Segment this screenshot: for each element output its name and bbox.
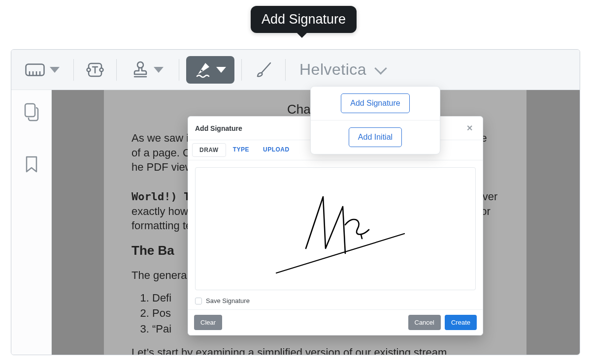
signature-dropdown: Add Signature Add Initial bbox=[310, 86, 440, 154]
tooltip-label: Add Signature bbox=[262, 12, 346, 27]
tooltip-add-signature: Add Signature bbox=[251, 6, 357, 33]
toolbar-separator bbox=[116, 59, 117, 81]
svg-rect-0 bbox=[26, 64, 44, 75]
chevron-down-icon bbox=[216, 67, 226, 73]
close-icon: ✕ bbox=[466, 124, 473, 132]
doc-paragraph: Let’s start by examining a simplified ve… bbox=[131, 345, 499, 355]
stamp-dropdown-button[interactable] bbox=[124, 56, 172, 84]
toolbar-separator bbox=[285, 59, 286, 81]
add-signature-menuitem[interactable]: Add Signature bbox=[341, 93, 409, 113]
chevron-down-icon bbox=[50, 67, 60, 73]
app-panel: Helvetica Chapter 3 A bbox=[11, 49, 580, 355]
save-signature-row: Save Signature bbox=[188, 297, 483, 309]
measure-dropdown-button[interactable] bbox=[18, 56, 66, 84]
modal-title: Add Signature bbox=[195, 124, 242, 132]
tab-draw[interactable]: DRAW bbox=[192, 143, 226, 157]
free-text-icon bbox=[86, 61, 104, 79]
toolbar: Helvetica bbox=[11, 50, 580, 90]
stamp-icon bbox=[132, 61, 149, 79]
thumbnails-button[interactable] bbox=[24, 103, 39, 123]
menuitem-label: Add Initial bbox=[358, 133, 393, 141]
drawn-signature-icon bbox=[247, 180, 424, 278]
toolbar-group-brush bbox=[249, 50, 278, 90]
svg-point-8 bbox=[137, 62, 143, 68]
svg-point-7 bbox=[100, 68, 103, 71]
bookmark-icon bbox=[24, 155, 39, 174]
svg-rect-11 bbox=[25, 104, 35, 117]
toolbar-separator bbox=[73, 59, 74, 81]
chevron-down-icon bbox=[154, 67, 164, 73]
save-signature-label: Save Signature bbox=[206, 297, 250, 304]
svg-point-6 bbox=[87, 68, 91, 71]
add-initial-menuitem[interactable]: Add Initial bbox=[349, 127, 402, 147]
pages-icon bbox=[24, 103, 39, 121]
toolbar-group-text bbox=[81, 50, 109, 90]
free-text-button[interactable] bbox=[81, 56, 109, 84]
toolbar-separator bbox=[241, 59, 242, 81]
clear-button[interactable]: Clear bbox=[194, 315, 222, 330]
save-signature-checkbox[interactable] bbox=[195, 298, 202, 304]
toolbar-group-measure bbox=[18, 50, 66, 90]
font-family-select[interactable]: Helvetica bbox=[297, 61, 391, 79]
modal-footer: Clear Cancel Create bbox=[188, 309, 483, 335]
tooltip-arrow-icon bbox=[296, 32, 308, 38]
toolbar-separator bbox=[179, 59, 179, 81]
pen-nib-icon bbox=[195, 61, 211, 79]
bookmarks-button[interactable] bbox=[24, 155, 39, 176]
tab-type[interactable]: TYPE bbox=[226, 143, 256, 157]
toolbar-group-stamp bbox=[124, 50, 172, 90]
close-button[interactable]: ✕ bbox=[463, 121, 476, 135]
svg-point-10 bbox=[201, 69, 203, 71]
chevron-down-icon bbox=[374, 62, 387, 74]
tab-upload[interactable]: UPLOAD bbox=[256, 143, 296, 157]
toolbar-group-signature bbox=[186, 50, 234, 90]
ruler-icon bbox=[25, 63, 45, 76]
font-family-value: Helvetica bbox=[299, 61, 366, 79]
free-draw-button[interactable] bbox=[249, 56, 278, 84]
cancel-button[interactable]: Cancel bbox=[408, 315, 441, 330]
create-button[interactable]: Create bbox=[445, 315, 477, 330]
sidebar bbox=[11, 90, 52, 355]
menuitem-label: Add Signature bbox=[350, 99, 400, 107]
brush-icon bbox=[254, 60, 273, 80]
signature-dropdown-button[interactable] bbox=[186, 56, 234, 84]
signature-canvas[interactable] bbox=[195, 167, 476, 290]
